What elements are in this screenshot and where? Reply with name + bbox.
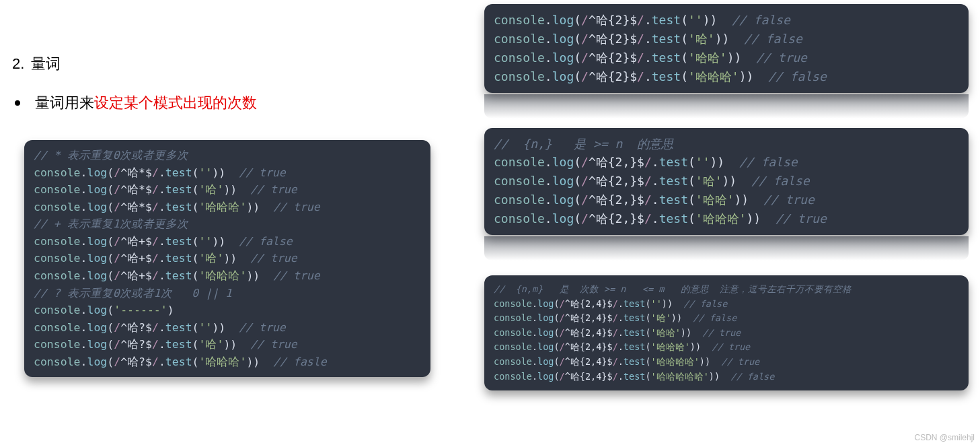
code-string: '哈哈哈哈哈' [651,371,709,382]
code-string: '哈' [199,338,224,351]
code-method: log [87,183,107,196]
code-dot: . [159,201,165,213]
code-method: log [87,355,107,368]
code-dot: . [81,355,87,368]
code-comment: // false [693,312,737,323]
code-object: console [494,312,532,323]
code-paren: )) [223,338,250,351]
code-string: '哈' [199,252,224,265]
code-string: '------' [114,304,167,316]
code-string: '哈' [688,32,715,46]
code-dot: . [159,183,165,196]
code-object: console [494,69,545,83]
code-paren: ( [192,321,199,334]
code-dot: . [545,193,552,207]
code-dot: . [81,183,87,196]
code-paren: ( [574,211,581,226]
code-string: '哈' [695,174,722,188]
code-paren: ( [574,193,581,207]
code-method: log [552,13,574,27]
code-object: console [494,356,532,367]
code-method: test [165,183,192,196]
code-method: test [624,327,646,338]
code-paren: ( [574,13,581,27]
code-paren: )) [734,193,763,207]
code-paren: ( [107,201,114,213]
code-paren: ( [645,371,650,382]
code-regex-body: ^哈?$ [120,355,152,368]
code-paren: )) [715,32,744,46]
code-regex-body: ^哈{2,4}$ [565,298,613,309]
code-paren: ( [688,193,695,207]
code-object: console [34,355,81,368]
code-method: log [87,235,107,248]
code-comment: // * 表示重复0次或者更多次 [34,149,188,162]
code-method: log [87,338,107,351]
code-comment: // true [273,201,320,213]
code-comment: // true [273,269,320,282]
code-comment: // true [776,211,827,226]
code-paren: ( [107,235,114,248]
heading-number: 2. [12,55,24,72]
code-regex-slash: / [560,341,565,352]
code-paren: ( [688,174,695,188]
code-paren: ( [645,356,650,367]
code-regex-slash: / [114,338,120,351]
code-regex-slash: / [637,13,644,27]
code-paren: ( [645,298,650,309]
code-string: '' [651,298,662,309]
code-dot: . [81,201,87,213]
code-paren: ( [554,298,559,309]
code-comment: // true [239,166,286,179]
code-method: test [165,355,192,368]
code-comment: // false [768,69,827,83]
code-object: console [494,50,545,65]
code-regex-slash: / [560,312,565,323]
code-paren: ( [107,183,114,196]
code-paren: ( [554,356,559,367]
code-paren: ( [107,269,114,282]
code-method: log [87,269,107,282]
code-comment: // true [239,321,286,334]
code-dot: . [545,174,552,188]
code-string: '哈哈' [651,327,681,338]
code-dot: . [545,211,552,226]
code-regex-slash: / [114,355,120,368]
code-method: log [552,193,574,207]
code-dot: . [81,304,87,316]
code-regex-slash: / [613,327,618,338]
code-dot: . [644,69,652,83]
code-paren: ( [681,69,688,83]
code-paren: )) [739,69,768,83]
code-paren: ( [192,338,199,351]
code-method: test [624,356,646,367]
code-dot: . [532,312,537,323]
code-dot: . [644,13,652,27]
code-object: console [494,341,532,352]
code-paren: )) [212,166,239,179]
code-string: '' [695,155,710,169]
code-method: test [624,312,646,323]
code-method: test [659,174,688,188]
code-paren: ( [574,69,581,83]
code-paren: )) [223,252,250,265]
code-paren: ( [574,155,581,169]
code-object: console [34,201,81,213]
code-paren: )) [212,321,239,334]
code-comment: // true [756,50,807,65]
code-regex-slash: / [581,32,589,46]
code-method: log [87,166,107,179]
code-paren: ( [681,50,688,65]
code-dot: . [618,341,624,352]
code-regex-slash: / [560,327,565,338]
code-paren: )) [246,269,273,282]
code-object: console [34,235,81,248]
code-paren: )) [690,341,712,352]
code-object: console [494,327,532,338]
code-method: test [652,69,681,83]
code-regex-slash: / [152,355,159,368]
code-regex-slash: / [152,269,159,282]
code-comment: // fasle [273,355,326,368]
code-paren: ( [107,252,114,265]
code-regex-slash: / [581,155,589,169]
